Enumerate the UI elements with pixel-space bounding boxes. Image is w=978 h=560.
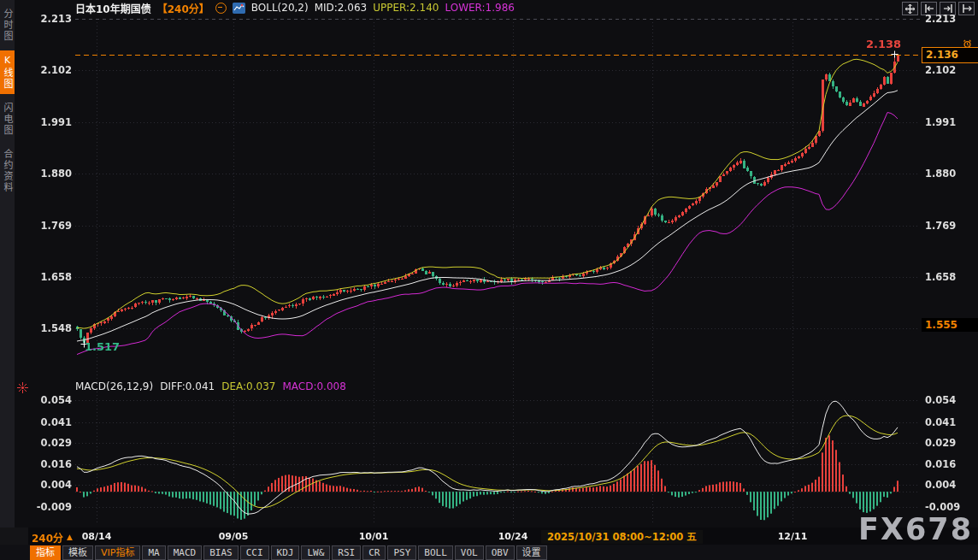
boll-label: BOLL(20,2) (251, 2, 309, 14)
price-axis-label-left: 1.769 (24, 220, 72, 232)
macd-axis-label-left: 0.041 (24, 416, 72, 428)
price-axis-label-right: 2.213 (925, 13, 976, 25)
bar-datetime-info: 2025/10/31 08:00~12:00 五 (541, 530, 703, 544)
macd-axis-label-left: 0.004 (24, 479, 72, 491)
time-axis-label: 12/11 (765, 528, 820, 545)
sidebar-tab-合约资料[interactable]: 合约资料 (0, 144, 15, 197)
boll-upper-value: UPPER:2.140 (373, 2, 439, 14)
macd-axis-label-left: 0.029 (24, 437, 72, 449)
price-alert-icon[interactable] (963, 36, 972, 52)
toolbar-button-KDJ[interactable]: KDJ (271, 545, 300, 560)
mini-chart-icon[interactable] (233, 3, 245, 14)
macd-axis-label-right: -0.009 (925, 501, 976, 513)
macd-axis-label-right: 0.041 (925, 416, 976, 428)
crosshair-tool-icon[interactable] (902, 2, 918, 15)
period-up-arrow: ▲ (67, 533, 73, 541)
price-axis-label-left: 1.658 (24, 271, 72, 283)
price-axis-label-right: 1.991 (925, 116, 976, 128)
toolbar-button-VIP指标[interactable]: VIP指标 (95, 545, 140, 560)
toolbar-button-MACD[interactable]: MACD (168, 545, 203, 560)
macd-axis-label-right: 0.016 (925, 458, 976, 470)
toolbar-button-设置[interactable]: 设置 (516, 545, 547, 560)
sidebar: 分时图K线图闪电图合约资料 (0, 0, 15, 528)
toolbar-button-MA[interactable]: MA (142, 545, 165, 560)
macd-params-label: MACD(26,12,9) (75, 380, 153, 392)
period-selector-label: 240分 (32, 530, 63, 545)
time-axis-label: 08/14 (69, 528, 124, 545)
indicator-toolbar: 指标模板VIP指标MAMACDBIASCCIKDJLW&RSICRPSYBOLL… (0, 545, 978, 560)
toolbar-button-BOLL[interactable]: BOLL (418, 545, 453, 560)
high-price-marker: 2.138 (866, 38, 901, 50)
macd-header: MACD(26,12,9) DIFF:0.041 DEA:0.037 MACD:… (75, 380, 346, 392)
toolbar-button-CCI[interactable]: CCI (240, 545, 269, 560)
toolbar-button-CR[interactable]: CR (362, 545, 386, 560)
price-axis-label-left: 1.548 (24, 322, 72, 334)
time-axis-label: 10/24 (486, 528, 540, 545)
price-axis-label-right: 1.880 (925, 168, 976, 180)
period-label: 【240分】 (157, 1, 209, 15)
boll-lower-value: LOWER:1.986 (445, 2, 515, 14)
period-selector[interactable]: 240分 ▲ (32, 528, 73, 545)
toolbar-button-模板[interactable]: 模板 (62, 545, 93, 560)
price-axis-label-left: 2.102 (24, 64, 72, 76)
settlement-price-box: 1.555 (922, 318, 978, 332)
price-axis-label-right: 1.769 (925, 220, 976, 232)
macd-axis-label-left: -0.009 (24, 501, 72, 513)
macd-axis-label-left: 0.054 (24, 394, 72, 406)
toolbar-button-指标[interactable]: 指标 (30, 545, 61, 560)
low-price-marker: 1.517 (85, 340, 120, 353)
macd-dea-value: DEA:0.037 (221, 380, 275, 392)
macd-macd-value: MACD:0.008 (282, 380, 345, 392)
price-axis-label-left: 1.991 (24, 116, 72, 128)
toolbar-button-BIAS[interactable]: BIAS (203, 545, 239, 560)
chart-canvas[interactable] (0, 0, 978, 560)
price-axis-label-right: 1.658 (925, 271, 976, 283)
instrument-title: 日本10年期国债 (75, 1, 151, 15)
toolbar-button-OBV[interactable]: OBV (486, 545, 515, 560)
time-axis-label: 10/01 (346, 528, 401, 545)
price-axis-label-left: 2.213 (24, 13, 72, 25)
time-axis-label: 09/05 (206, 528, 261, 545)
macd-axis-label-right: 0.054 (925, 394, 976, 406)
watermark: FX678 (858, 512, 973, 546)
toolbar-button-PSY[interactable]: PSY (387, 545, 416, 560)
macd-axis-label-right: 0.029 (925, 437, 976, 449)
sidebar-tab-K线图[interactable]: K线图 (0, 50, 15, 94)
sidebar-tab-闪电图[interactable]: 闪电图 (0, 98, 15, 140)
price-axis-label-right: 2.102 (925, 64, 976, 76)
toolbar-button-VOL[interactable]: VOL (455, 545, 484, 560)
chart-app: 分时图K线图闪电图合约资料 日本10年期国债 【240分】 BOLL(20,2)… (0, 0, 978, 560)
macd-axis-label-left: 0.016 (24, 458, 72, 470)
macd-diff-value: DIFF:0.041 (160, 380, 215, 392)
toolbar-button-RSI[interactable]: RSI (332, 545, 361, 560)
toolbar-button-LW&[interactable]: LW& (301, 545, 330, 560)
macd-axis-label-right: 0.004 (925, 479, 976, 491)
chart-header: 日本10年期国债 【240分】 BOLL(20,2) MID:2.063 UPP… (75, 1, 515, 15)
sidebar-tab-分时图[interactable]: 分时图 (0, 4, 15, 46)
collapse-indicator-icon[interactable] (215, 3, 227, 14)
price-axis-label-left: 1.880 (24, 168, 72, 180)
boll-mid-value: MID:2.063 (315, 2, 368, 14)
